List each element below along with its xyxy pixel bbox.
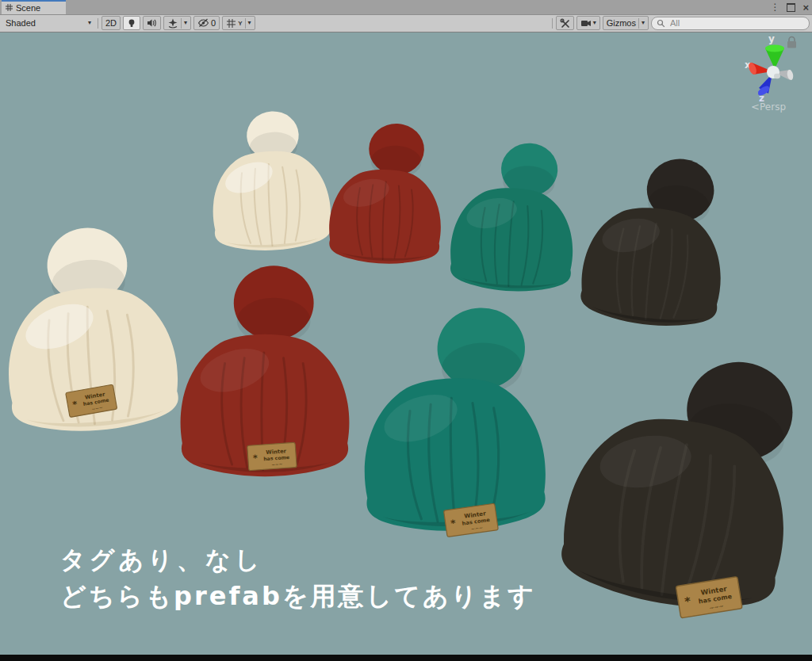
- 2d-toggle-button[interactable]: 2D: [102, 16, 121, 30]
- wrench-icon: [560, 18, 570, 29]
- hidden-objects-count: 0: [211, 18, 216, 28]
- grid-axis-letter: Y: [238, 20, 242, 27]
- lightbulb-icon: [127, 18, 136, 29]
- hidden-objects-button[interactable]: 0: [193, 16, 220, 30]
- tag-snowflake-icon: *: [252, 453, 258, 464]
- grid-axis-icon: [226, 18, 236, 29]
- orientation-gizmo[interactable]: y x z: [728, 32, 812, 120]
- lock-icon[interactable]: [787, 36, 796, 48]
- gizmo-axis-y[interactable]: [765, 44, 784, 69]
- eye-slash-icon: [197, 18, 209, 28]
- hat-black-front[interactable]: *Winterhas come~~~: [553, 338, 810, 632]
- tab-strip: Scene ⋮ ×: [0, 0, 812, 15]
- toolbar-divider: [98, 18, 98, 29]
- speaker-icon: [147, 18, 157, 28]
- gizmo-center-shade: [774, 74, 780, 78]
- caption-line1: タグあり、なし: [60, 544, 263, 577]
- gizmos-label: Gizmos: [607, 18, 636, 28]
- scene-lighting-button[interactable]: [123, 16, 140, 30]
- camera-dropdown-icon: ▾: [593, 20, 596, 26]
- close-button[interactable]: ×: [802, 2, 809, 13]
- scene-toolbar: Shaded ▾ 2D ▾: [0, 15, 812, 32]
- gizmos-dropdown[interactable]: Gizmos ▾: [603, 16, 649, 30]
- hat-teal-back[interactable]: [449, 139, 579, 294]
- tag-text-line3: ~~~: [271, 461, 283, 467]
- effects-dropdown-icon[interactable]: ▾: [184, 20, 187, 26]
- 2d-toggle-label: 2D: [105, 18, 117, 28]
- scene-window: Scene ⋮ × Shaded ▾ 2D: [0, 0, 812, 661]
- hat-white-front[interactable]: *Winterhas come~~~: [0, 222, 181, 436]
- shading-mode-label: Shaded: [6, 18, 36, 28]
- hat-red-back[interactable]: [328, 121, 445, 266]
- gizmos-dropdown-icon: ▾: [642, 20, 645, 26]
- toolbar-divider: [638, 18, 639, 29]
- scene-tools-button[interactable]: [556, 16, 574, 30]
- window-menu-button[interactable]: ⋮: [770, 2, 779, 12]
- toolbar-right-cluster: ▾ Gizmos ▾: [551, 16, 810, 30]
- sparkle-icon: [167, 18, 178, 29]
- grid-dropdown-icon[interactable]: ▾: [248, 20, 251, 26]
- persp-label: Persp: [760, 101, 786, 113]
- scene-effects-button[interactable]: ▾: [163, 16, 191, 30]
- maximize-button[interactable]: [787, 3, 795, 12]
- hat-teal-front[interactable]: *Winterhas come~~~: [359, 306, 548, 540]
- toolbar-divider: [181, 18, 182, 29]
- scene-search-input[interactable]: [668, 17, 783, 29]
- caption-line2: どちらもprefabを用意してあります: [60, 579, 536, 614]
- shading-mode-dropdown[interactable]: Shaded ▾: [2, 17, 94, 30]
- camera-icon: [580, 19, 592, 28]
- persp-toggle[interactable]: < Persp: [751, 101, 786, 113]
- hat-white-back[interactable]: [208, 109, 332, 254]
- camera-settings-button[interactable]: ▾: [576, 16, 600, 30]
- chevron-down-icon: ▾: [88, 20, 91, 26]
- persp-arrow: <: [751, 101, 760, 113]
- search-icon: [657, 19, 665, 28]
- tab-scene-label: Scene: [16, 3, 40, 13]
- bottom-strip: [0, 655, 812, 661]
- tab-scene[interactable]: Scene: [2, 0, 66, 14]
- grid-icon: [6, 4, 13, 11]
- grid-visibility-button[interactable]: Y ▾: [222, 16, 255, 30]
- gizmo-y-label: y: [768, 33, 775, 44]
- toolbar-divider: [245, 18, 246, 29]
- scene-viewport[interactable]: *Winterhas come~~~*Winterhas come~~~*Win…: [0, 32, 812, 655]
- hat-red-front[interactable]: *Winterhas come~~~: [181, 266, 350, 476]
- hat-red-front-tag: *Winterhas come~~~: [247, 442, 297, 471]
- scene-audio-button[interactable]: [143, 16, 161, 30]
- scene-search: [651, 17, 810, 30]
- window-controls: ⋮ ×: [770, 0, 809, 14]
- hat-black-back[interactable]: [577, 150, 733, 332]
- toolbar-divider: [552, 18, 553, 29]
